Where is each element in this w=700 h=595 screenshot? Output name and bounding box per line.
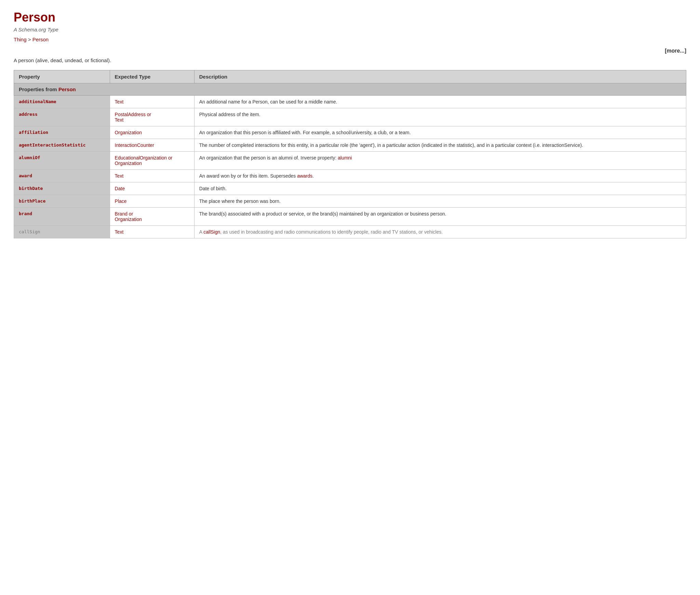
type-link-Organization-alumniOf[interactable]: Organization xyxy=(115,161,142,166)
type-link-Text[interactable]: Text xyxy=(115,99,124,105)
table-row: award Text An award won by or for this i… xyxy=(14,170,686,182)
desc-cell-address: Physical address of the item. xyxy=(194,108,686,126)
property-cell-brand[interactable]: brand xyxy=(14,208,110,226)
table-row: birthDate Date Date of birth. xyxy=(14,182,686,195)
desc-cell-callSign: A callSign, as used in broadcasting and … xyxy=(194,226,686,238)
desc-cell-brand: The brand(s) associated with a product o… xyxy=(194,208,686,226)
type-cell-agentInteractionStatistic: InteractionCounter xyxy=(110,139,194,152)
type-link-Text-callSign[interactable]: Text xyxy=(115,229,124,235)
breadcrumb-thing[interactable]: Thing xyxy=(14,37,27,42)
section-header-cell: Properties from Person xyxy=(14,83,686,96)
table-row: affiliation Organization An organization… xyxy=(14,126,686,139)
type-cell-additionalName: Text xyxy=(110,96,194,108)
type-link-Date[interactable]: Date xyxy=(115,186,125,191)
table-row: callSign Text A callSign, as used in bro… xyxy=(14,226,686,238)
type-link-Place[interactable]: Place xyxy=(115,198,127,204)
desc-cell-additionalName: An additional name for a Person, can be … xyxy=(194,96,686,108)
property-cell-birthPlace[interactable]: birthPlace xyxy=(14,195,110,208)
section-highlight[interactable]: Person xyxy=(58,86,76,92)
page-title: Person xyxy=(14,10,686,25)
desc-cell-alumniOf: An organization that the person is an al… xyxy=(194,152,686,170)
table-row: alumniOf EducationalOrganization or Orga… xyxy=(14,152,686,170)
desc-cell-award: An award won by or for this item. Supers… xyxy=(194,170,686,182)
property-cell-affiliation[interactable]: affiliation xyxy=(14,126,110,139)
property-cell-alumniOf[interactable]: alumniOf xyxy=(14,152,110,170)
type-cell-brand: Brand or Organization xyxy=(110,208,194,226)
desc-cell-affiliation: An organization that this person is affi… xyxy=(194,126,686,139)
property-cell-agentInteractionStatistic[interactable]: agentInteractionStatistic xyxy=(14,139,110,152)
type-link-Organization-affiliation[interactable]: Organization xyxy=(115,130,142,135)
table-row: agentInteractionStatistic InteractionCou… xyxy=(14,139,686,152)
type-link-Brand[interactable]: Brand xyxy=(115,211,127,217)
col-header-property: Property xyxy=(14,70,110,83)
table-row: address PostalAddress or Text Physical a… xyxy=(14,108,686,126)
property-cell-additionalName[interactable]: additionalName xyxy=(14,96,110,108)
type-link-PostalAddress[interactable]: PostalAddress xyxy=(115,112,146,117)
type-cell-birthPlace: Place xyxy=(110,195,194,208)
property-cell-birthDate[interactable]: birthDate xyxy=(14,182,110,195)
section-label: Properties from xyxy=(19,86,58,92)
type-cell-address: PostalAddress or Text xyxy=(110,108,194,126)
type-cell-alumniOf: EducationalOrganization or Organization xyxy=(110,152,194,170)
link-alumni[interactable]: alumni xyxy=(338,155,352,161)
breadcrumb-separator: > xyxy=(28,37,32,42)
property-cell-address[interactable]: address xyxy=(14,108,110,126)
desc-cell-birthPlace: The place where the person was born. xyxy=(194,195,686,208)
type-link-Text-award[interactable]: Text xyxy=(115,173,124,179)
type-description: A person (alive, dead, undead, or fictio… xyxy=(14,57,686,63)
table-row: birthPlace Place The place where the per… xyxy=(14,195,686,208)
more-link[interactable]: [more...] xyxy=(665,48,686,54)
type-link-Organization-brand[interactable]: Organization xyxy=(115,217,142,222)
col-header-description: Description xyxy=(194,70,686,83)
table-header-row: Property Expected Type Description xyxy=(14,70,686,83)
breadcrumb-person[interactable]: Person xyxy=(32,37,49,42)
type-link-Text-address[interactable]: Text xyxy=(115,117,124,123)
table-row: additionalName Text An additional name f… xyxy=(14,96,686,108)
desc-cell-birthDate: Date of birth. xyxy=(194,182,686,195)
table-row: brand Brand or Organization The brand(s)… xyxy=(14,208,686,226)
type-cell-affiliation: Organization xyxy=(110,126,194,139)
link-awards[interactable]: awards xyxy=(297,173,312,179)
properties-table: Property Expected Type Description Prope… xyxy=(14,70,686,238)
page-subtitle: A Schema.org Type xyxy=(14,27,686,32)
section-header-row: Properties from Person xyxy=(14,83,686,96)
desc-cell-agentInteractionStatistic: The number of completed interactions for… xyxy=(194,139,686,152)
property-cell-award[interactable]: award xyxy=(14,170,110,182)
breadcrumb: Thing > Person xyxy=(14,37,686,42)
type-cell-callSign: Text xyxy=(110,226,194,238)
type-link-InteractionCounter[interactable]: InteractionCounter xyxy=(115,142,154,148)
type-link-EducationalOrganization[interactable]: EducationalOrganization xyxy=(115,155,167,161)
property-cell-callSign[interactable]: callSign xyxy=(14,226,110,238)
col-header-expected-type: Expected Type xyxy=(110,70,194,83)
type-cell-birthDate: Date xyxy=(110,182,194,195)
type-cell-award: Text xyxy=(110,170,194,182)
link-callSign[interactable]: callSign xyxy=(203,229,220,235)
